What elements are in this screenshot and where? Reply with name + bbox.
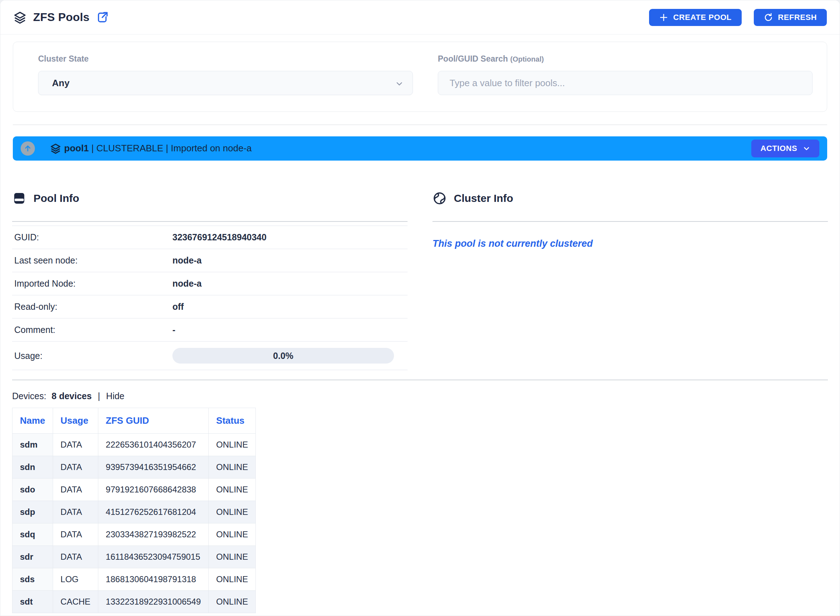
cluster-info-divider bbox=[432, 221, 828, 222]
pool-info-row-label: GUID: bbox=[14, 232, 172, 242]
device-cell-name: sdp bbox=[12, 501, 53, 524]
cluster-state-field: Cluster State Any bbox=[38, 54, 413, 95]
pool-banner-suffix: | CLUSTERABLE | Imported on node-a bbox=[89, 143, 251, 154]
device-cell-usage: DATA bbox=[53, 546, 98, 568]
device-row: sdrDATA16118436523094759015ONLINE bbox=[12, 546, 256, 568]
device-cell-status: ONLINE bbox=[209, 501, 256, 524]
actions-button[interactable]: ACTIONS bbox=[751, 139, 819, 157]
cluster-state-select[interactable]: Any bbox=[38, 71, 413, 95]
refresh-button[interactable]: REFRESH bbox=[754, 9, 827, 26]
pool-info-row: Comment:- bbox=[12, 319, 408, 342]
device-cell-usage: DATA bbox=[53, 478, 98, 501]
devices-column-header: Name bbox=[12, 408, 53, 434]
device-cell-usage: DATA bbox=[53, 501, 98, 524]
pool-info-row-label: Read-only: bbox=[14, 302, 172, 312]
devices-header-row: NameUsageZFS GUIDStatus bbox=[12, 408, 256, 434]
device-cell-name: sdq bbox=[12, 524, 53, 546]
pool-info-row-value: 3236769124518940340 bbox=[172, 232, 266, 242]
device-cell-name: sdr bbox=[12, 546, 53, 568]
device-cell-guid: 13322318922931006549 bbox=[98, 591, 209, 613]
device-row: sdqDATA2303343827193982522ONLINE bbox=[12, 524, 256, 546]
pool-info-title: Pool Info bbox=[34, 192, 79, 204]
actions-label: ACTIONS bbox=[761, 144, 797, 153]
device-cell-usage: LOG bbox=[53, 568, 98, 591]
collapse-pool-button[interactable] bbox=[21, 141, 35, 155]
device-cell-status: ONLINE bbox=[209, 568, 256, 591]
device-cell-status: ONLINE bbox=[209, 434, 256, 456]
cluster-state-label: Cluster State bbox=[38, 54, 413, 64]
usage-row: Usage: 0.0% bbox=[12, 342, 408, 370]
chevron-down-icon bbox=[803, 145, 810, 152]
device-row: sdnDATA9395739416351954662ONLINE bbox=[12, 456, 256, 478]
zfs-pools-page: ZFS Pools CREATE POOL bbox=[0, 0, 840, 616]
device-cell-usage: CACHE bbox=[53, 591, 98, 613]
device-cell-name: sds bbox=[12, 568, 53, 591]
device-row: sdmDATA2226536101404356207ONLINE bbox=[12, 434, 256, 456]
pool-info-row-label: Imported Node: bbox=[14, 279, 172, 289]
pool-info-rows: GUID:3236769124518940340Last seen node:n… bbox=[12, 225, 408, 342]
filters-divider bbox=[13, 125, 827, 125]
external-link-icon[interactable] bbox=[96, 11, 109, 24]
plus-icon bbox=[659, 13, 668, 22]
arrow-up-icon bbox=[23, 144, 32, 153]
create-pool-button[interactable]: CREATE POOL bbox=[649, 9, 742, 26]
device-cell-guid: 9791921607668642838 bbox=[98, 478, 209, 501]
device-row: sdpDATA4151276252617681204ONLINE bbox=[12, 501, 256, 524]
refresh-icon bbox=[764, 13, 773, 22]
devices-column-header: Status bbox=[209, 408, 256, 434]
pool-info-row-value: off bbox=[172, 302, 184, 312]
devices-divider bbox=[12, 380, 828, 380]
device-cell-name: sdm bbox=[12, 434, 53, 456]
device-cell-name: sdo bbox=[12, 478, 53, 501]
devices-separator: | bbox=[98, 391, 100, 401]
device-cell-guid: 16118436523094759015 bbox=[98, 546, 209, 568]
pool-info-row: GUID:3236769124518940340 bbox=[12, 226, 408, 249]
cluster-info-card: Cluster Info This pool is not currently … bbox=[432, 191, 828, 370]
pool-guid-search-optional: (Optional) bbox=[510, 55, 543, 63]
refresh-label: REFRESH bbox=[778, 13, 817, 22]
device-cell-status: ONLINE bbox=[209, 478, 256, 501]
device-cell-guid: 2303343827193982522 bbox=[98, 524, 209, 546]
device-row: sdsLOG1868130604198791318ONLINE bbox=[12, 568, 256, 591]
cluster-status-message: This pool is not currently clustered bbox=[432, 238, 828, 249]
cluster-state-value: Any bbox=[52, 78, 69, 89]
devices-count: 8 devices bbox=[51, 391, 92, 401]
pool-info-row-value: node-a bbox=[172, 279, 202, 289]
pool-guid-search-field: Pool/GUID Search (Optional) bbox=[438, 54, 812, 95]
page-header: ZFS Pools CREATE POOL bbox=[0, 0, 840, 35]
pool-info-row-value: - bbox=[172, 325, 175, 335]
cluster-info-title: Cluster Info bbox=[454, 192, 513, 204]
device-cell-usage: DATA bbox=[53, 434, 98, 456]
pool-info-row-value: node-a bbox=[172, 255, 202, 265]
create-pool-label: CREATE POOL bbox=[673, 13, 732, 22]
device-cell-status: ONLINE bbox=[209, 456, 256, 478]
devices-column-header: ZFS GUID bbox=[98, 408, 209, 434]
device-cell-guid: 2226536101404356207 bbox=[98, 434, 209, 456]
layers-icon bbox=[13, 11, 27, 24]
pool-info-row-label: Comment: bbox=[14, 325, 172, 335]
usage-percent: 0.0% bbox=[273, 351, 294, 361]
pool-guid-search-input[interactable] bbox=[438, 71, 812, 95]
devices-section: Devices: 8 devices | Hide NameUsageZFS G… bbox=[0, 391, 840, 613]
pool-info-divider bbox=[12, 221, 408, 222]
pool-guid-search-label-text: Pool/GUID Search bbox=[438, 54, 508, 63]
page-title: ZFS Pools bbox=[33, 11, 90, 24]
devices-header: Devices: 8 devices | Hide bbox=[12, 391, 828, 401]
device-cell-status: ONLINE bbox=[209, 546, 256, 568]
device-cell-usage: DATA bbox=[53, 456, 98, 478]
device-cell-usage: DATA bbox=[53, 524, 98, 546]
pool-guid-search-label: Pool/GUID Search (Optional) bbox=[438, 54, 812, 64]
device-cell-status: ONLINE bbox=[209, 591, 256, 613]
device-row: sdoDATA9791921607668642838ONLINE bbox=[12, 478, 256, 501]
hide-devices-link[interactable]: Hide bbox=[106, 391, 124, 401]
pool-info-row: Last seen node:node-a bbox=[12, 249, 408, 273]
pool-banner[interactable]: pool1 | CLUSTERABLE | Imported on node-a… bbox=[13, 136, 827, 161]
device-cell-name: sdt bbox=[12, 591, 53, 613]
device-cell-guid: 9395739416351954662 bbox=[98, 456, 209, 478]
pool-info-row: Read-only:off bbox=[12, 296, 408, 319]
usage-progress-bar: 0.0% bbox=[172, 348, 394, 364]
device-row: sdtCACHE13322318922931006549ONLINE bbox=[12, 591, 256, 613]
layers-icon bbox=[50, 143, 61, 154]
pool-info-card: Pool Info GUID:3236769124518940340Last s… bbox=[12, 191, 408, 370]
devices-prefix: Devices: bbox=[12, 391, 46, 401]
